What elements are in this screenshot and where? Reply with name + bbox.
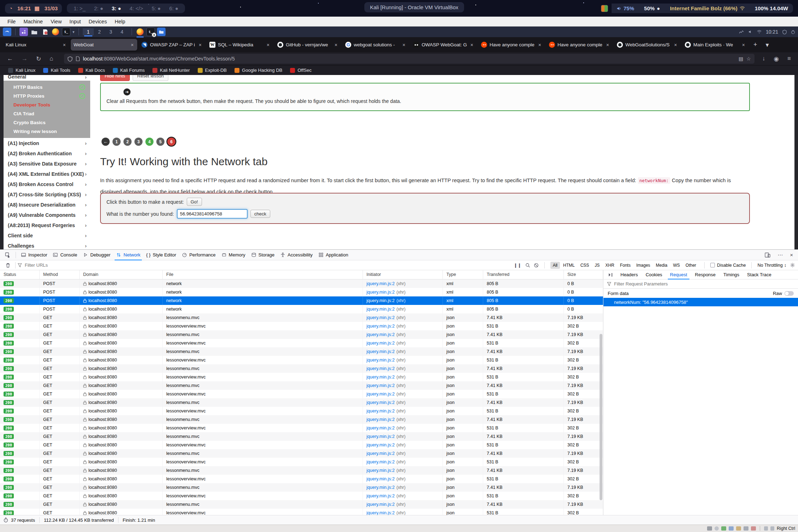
request-row[interactable]: 200GETlocalhost:8080lessonoverview.mvcjq…: [0, 373, 603, 381]
pause-icon[interactable]: ❙❙: [514, 263, 522, 268]
menu-button[interactable]: ≡: [784, 54, 794, 63]
usb-icon[interactable]: [729, 526, 734, 531]
type-filter-xhr[interactable]: XHR: [603, 262, 617, 269]
request-row[interactable]: 200GETlocalhost:8080lessonmenu.mvcjquery…: [0, 432, 603, 441]
sidebar-lesson-crypto-basics[interactable]: Crypto Basics: [4, 118, 90, 127]
new-tab-button[interactable]: +: [750, 40, 761, 50]
request-row[interactable]: 200GETlocalhost:8080lessonmenu.mvcjquery…: [0, 483, 603, 492]
volume-indicator[interactable]: 75%: [612, 4, 639, 13]
brightness-indicator[interactable]: 50% ●: [639, 4, 665, 13]
tab-storage[interactable]: Storage: [248, 250, 278, 260]
block-icon[interactable]: [534, 263, 539, 268]
page-info-icon[interactable]: [76, 56, 80, 61]
type-filter-all[interactable]: All: [550, 262, 560, 269]
column-header-status[interactable]: Status: [0, 270, 40, 279]
sidebar-lesson-http-proxies[interactable]: HTTP Proxies✓: [4, 92, 90, 100]
tab-close-icon[interactable]: ×: [538, 42, 542, 48]
request-row[interactable]: 200GETlocalhost:8080lessonoverview.mvcjq…: [0, 390, 603, 398]
pagination-page-1[interactable]: 1: [112, 138, 121, 146]
back-button[interactable]: ←: [4, 54, 17, 63]
request-row[interactable]: 200POSTlocalhost:8080networkjquery.min.j…: [0, 279, 603, 288]
detail-tab-timings[interactable]: Timings: [720, 270, 743, 279]
taskbar-terminal-window[interactable]: $_3: [146, 28, 155, 36]
guest-workspace-2[interactable]: 2: [94, 28, 105, 35]
browser-tab-5[interactable]: Gwebgoat solutions -×: [342, 39, 409, 51]
file-manager-button[interactable]: [30, 28, 39, 36]
battery-indicator[interactable]: 100% 14.04W: [750, 4, 793, 13]
tab-inspector[interactable]: Inspector: [18, 250, 50, 260]
gear-icon[interactable]: [790, 262, 795, 268]
menu-file[interactable]: File: [4, 18, 19, 25]
request-row[interactable]: 200GETlocalhost:8080lessonmenu.mvcjquery…: [0, 466, 603, 475]
tab-debugger[interactable]: Debugger: [80, 250, 113, 260]
taskbar-files-window[interactable]: [157, 28, 166, 36]
sidebar-item--a8-2013-request-forgeries[interactable]: (A8:2013) Request Forgeries›: [4, 220, 90, 230]
reload-button[interactable]: ↻: [33, 54, 45, 63]
tab-memory[interactable]: Memory: [219, 250, 248, 260]
tab-close-icon[interactable]: ×: [606, 42, 610, 48]
column-header-size[interactable]: Size: [564, 270, 603, 279]
request-row[interactable]: 200GETlocalhost:8080lessonoverview.mvcjq…: [0, 339, 603, 347]
sidebar-item--a2-broken-authentication[interactable]: (A2) Broken Authentication›: [4, 148, 90, 158]
reset-lesson-button[interactable]: Reset lesson: [133, 75, 168, 81]
tab-style-editor[interactable]: { }Style Editor: [143, 250, 179, 260]
list-all-tabs-button[interactable]: ▾: [762, 40, 773, 50]
kali-menu-button[interactable]: [3, 28, 11, 36]
sidebar-item-client-side[interactable]: Client side›: [4, 230, 90, 241]
sidebar-lesson-cia-triad[interactable]: CIA Triad: [4, 109, 90, 118]
detail-tab-request[interactable]: Request: [666, 270, 690, 279]
cd-icon[interactable]: [715, 526, 719, 531]
type-filter-media[interactable]: Media: [653, 262, 670, 269]
column-header-method[interactable]: Method: [40, 270, 80, 279]
tab-close-icon[interactable]: ×: [198, 42, 202, 48]
tab-close-icon[interactable]: ×: [673, 42, 678, 48]
menu-view[interactable]: View: [47, 18, 65, 25]
terminal-launcher[interactable]: $_: [62, 28, 70, 36]
tab-close-icon[interactable]: ×: [334, 42, 338, 48]
tab-application[interactable]: Application: [316, 250, 351, 260]
request-row[interactable]: 200GETlocalhost:8080lessonoverview.mvcjq…: [0, 322, 603, 330]
bookmark-kali-nethunter[interactable]: Kali NetHunter: [149, 66, 193, 74]
guest-clock[interactable]: 10:21: [766, 29, 778, 35]
shield-icon[interactable]: [68, 56, 73, 62]
type-filter-other[interactable]: Other: [683, 262, 699, 269]
request-row[interactable]: 200GETlocalhost:8080lessonmenu.mvcjquery…: [0, 415, 603, 424]
bookmark-exploit-db[interactable]: Exploit-DB: [195, 66, 230, 74]
request-row[interactable]: 200GETlocalhost:8080lessonmenu.mvcjquery…: [0, 364, 603, 373]
responsive-mode-button[interactable]: [762, 252, 773, 258]
tab-console[interactable]: Console: [50, 250, 80, 260]
volume-icon[interactable]: [748, 30, 753, 34]
column-header-transferred[interactable]: Transferred: [483, 270, 564, 279]
bookmark-offsec[interactable]: OffSec: [287, 66, 315, 74]
tab-close-icon[interactable]: ×: [402, 42, 406, 48]
browser-tab-3[interactable]: WSQL – Wikipedia×: [207, 39, 273, 51]
tab-close-icon[interactable]: ×: [62, 42, 66, 48]
column-header-file[interactable]: File: [163, 270, 363, 279]
bookmark-star-icon[interactable]: ☆: [746, 56, 751, 62]
request-row[interactable]: 200GETlocalhost:8080lessonmenu.mvcjquery…: [0, 347, 603, 356]
lock-shield-icon[interactable]: [782, 30, 787, 34]
sidebar-item--a3-sensitive-data-exposure[interactable]: (A3) Sensitive Data Exposure›: [4, 158, 90, 169]
network-icon[interactable]: [757, 30, 762, 34]
downloads-button[interactable]: ↓: [759, 54, 769, 63]
guest-workspace-1[interactable]: 1: [83, 28, 94, 35]
tab-network[interactable]: Network: [113, 250, 143, 260]
forward-button[interactable]: →: [18, 54, 31, 63]
request-row[interactable]: 200GETlocalhost:8080lessonoverview.mvcjq…: [0, 441, 603, 449]
sidebar-lesson-developer-tools[interactable]: Developer Tools: [4, 100, 90, 109]
guest-workspace-3[interactable]: 3: [105, 28, 116, 35]
detail-tab-response[interactable]: Response: [692, 270, 719, 279]
type-filter-ws[interactable]: WS: [671, 262, 682, 269]
type-filter-fonts[interactable]: Fonts: [618, 262, 633, 269]
shared-folders-icon[interactable]: [736, 526, 741, 531]
form-data-param[interactable]: networkNum: "56.96423814096758": [603, 298, 798, 306]
firefox-launcher[interactable]: [51, 28, 60, 36]
bookmark-google-hacking-db[interactable]: Google Hacking DB: [231, 66, 285, 74]
pick-element-button[interactable]: [2, 251, 13, 259]
go-button[interactable]: Go!: [187, 198, 202, 206]
request-row[interactable]: 200POSTlocalhost:8080networkjquery.min.j…: [0, 288, 603, 296]
filter-urls-input[interactable]: Filter URLs: [25, 262, 48, 268]
request-row[interactable]: 200POSTlocalhost:8080networkjquery.min.j…: [0, 296, 603, 305]
tab-accessibility[interactable]: Accessibility: [277, 250, 316, 260]
answer-input[interactable]: [177, 209, 248, 219]
